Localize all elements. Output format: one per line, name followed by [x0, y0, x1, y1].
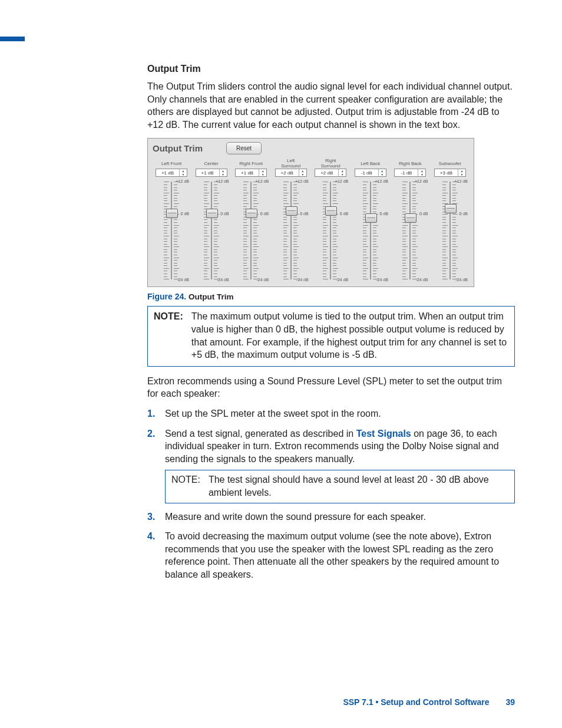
step-2-pre: Send a test signal, generated as describ…	[165, 429, 356, 439]
spinner-down-icon[interactable]: ▼	[259, 173, 266, 176]
footer-text: SSP 7.1 • Setup and Control Software	[343, 697, 489, 707]
slider-mid-label: 0 dB	[340, 212, 348, 216]
slider-area: +12 dB0 dB-24 dB	[312, 180, 349, 281]
slider-thumb[interactable]	[286, 206, 297, 216]
channel-label: Center	[204, 158, 219, 169]
reset-button[interactable]: Reset	[226, 142, 262, 154]
trim-value: +1 dB	[156, 170, 179, 176]
channel-strip: Left Front+1 dB▲▼+12 dB0 dB-24 dB	[153, 158, 190, 281]
spinner-buttons[interactable]: ▲▼	[458, 169, 465, 176]
slider-thumb[interactable]	[325, 206, 337, 216]
slider-area: +12 dB0 dB-24 dB	[352, 180, 389, 281]
slider-mid-label: 0 dB	[300, 212, 308, 216]
slider-rail[interactable]	[207, 180, 216, 281]
slider-mid-label: 0 dB	[181, 212, 189, 216]
channel-label: Left Front	[161, 158, 181, 169]
spinner-buttons[interactable]: ▲▼	[418, 169, 425, 176]
trim-spinner[interactable]: -1 dB▲▼	[355, 169, 386, 177]
slider-rail[interactable]	[247, 180, 255, 281]
slider-area: +12 dB0 dB-24 dB	[232, 180, 270, 281]
note-label-2: NOTE:	[171, 473, 200, 499]
recommendation-paragraph: Extron recommends using a Sound Pressure…	[147, 375, 515, 400]
steps-list: Set up the SPL meter at the sweet spot i…	[147, 407, 515, 581]
spinner-down-icon[interactable]: ▼	[299, 173, 306, 176]
slider-rail[interactable]	[446, 180, 454, 281]
trim-spinner[interactable]: +1 dB▲▼	[235, 169, 267, 177]
slider-rail[interactable]	[406, 180, 414, 281]
spinner-buttons[interactable]: ▲▼	[378, 169, 386, 176]
note-label: NOTE:	[154, 310, 183, 361]
slider-thumb[interactable]	[445, 204, 457, 213]
trim-spinner[interactable]: +2 dB▲▼	[275, 169, 307, 177]
channel-strip-row: Left Front+1 dB▲▼+12 dB0 dB-24 dBCenter+…	[153, 158, 469, 281]
note-text-2: The test signal should have a sound leve…	[209, 473, 508, 499]
output-trim-screenshot: Output Trim Reset Left Front+1 dB▲▼+12 d…	[147, 138, 474, 287]
trim-value: +1 dB	[196, 170, 219, 176]
slider-area: +12 dB0 dB-24 dB	[193, 180, 230, 281]
intro-paragraph: The Output Trim sliders control the audi…	[147, 80, 515, 131]
slider-area: +12 dB0 dB-24 dB	[153, 180, 190, 281]
spinner-down-icon[interactable]: ▼	[458, 173, 465, 176]
slider-thumb[interactable]	[166, 209, 178, 218]
slider-mid-label: 0 dB	[419, 212, 428, 216]
spinner-buttons[interactable]: ▲▼	[179, 169, 187, 176]
spinner-down-icon[interactable]: ▼	[220, 173, 227, 176]
channel-strip: Right Front+1 dB▲▼+12 dB0 dB-24 dB	[232, 158, 270, 281]
channel-strip: Right Back-1 dB▲▼+12 dB0 dB-24 dB	[391, 158, 429, 281]
slider-area: +12 dB0 dB-24 dB	[391, 180, 429, 281]
trim-value: -1 dB	[395, 170, 418, 176]
spinner-down-icon[interactable]: ▼	[418, 173, 425, 176]
step-1: Set up the SPL meter at the sweet spot i…	[161, 407, 515, 420]
note-box-2: NOTE: The test signal should have a soun…	[165, 470, 515, 503]
channel-strip: Left Back-1 dB▲▼+12 dB0 dB-24 dB	[352, 158, 389, 281]
channel-label: Left Back	[361, 158, 380, 169]
slider-thumb[interactable]	[365, 213, 377, 223]
trim-spinner[interactable]: -1 dB▲▼	[394, 169, 426, 177]
spinner-down-icon[interactable]: ▼	[379, 173, 386, 176]
channel-label: Left Surround	[281, 158, 300, 169]
trim-value: +1 dB	[236, 170, 259, 176]
slider-mid-label: 0 dB	[260, 212, 269, 216]
spinner-down-icon[interactable]: ▼	[339, 173, 346, 176]
trim-spinner[interactable]: +3 dB▲▼	[434, 169, 466, 177]
figure-caption-text: Output Trim	[189, 292, 234, 301]
slider-thumb[interactable]	[405, 213, 416, 223]
channel-strip: Right Surround+2 dB▲▼+12 dB0 dB-24 dB	[312, 158, 349, 281]
test-signals-link[interactable]: Test Signals	[356, 429, 411, 439]
figure-label: Figure 24.	[147, 292, 186, 301]
trim-spinner[interactable]: +1 dB▲▼	[196, 169, 227, 177]
spinner-buttons[interactable]: ▲▼	[338, 169, 346, 176]
spinner-buttons[interactable]: ▲▼	[219, 169, 227, 176]
note-text: The maximum output volume is tied to the…	[191, 310, 508, 361]
slider-mid-label: 0 dB	[459, 212, 468, 216]
slider-mid-label: 0 dB	[379, 212, 388, 216]
trim-spinner[interactable]: +2 dB▲▼	[315, 169, 346, 177]
page-number: 39	[505, 697, 515, 707]
channel-label: Right Surround	[321, 158, 340, 169]
slider-area: +12 dB0 dB-24 dB	[272, 180, 310, 281]
channel-label: Right Front	[239, 158, 263, 169]
step-4: To avoid decreasing the maximum output v…	[161, 530, 515, 581]
trim-spinner[interactable]: +1 dB▲▼	[156, 169, 187, 177]
channel-label: Right Back	[399, 158, 422, 169]
slider-mid-label: 0 dB	[220, 212, 229, 216]
trim-value: +2 dB	[276, 170, 299, 176]
slider-thumb[interactable]	[206, 209, 218, 218]
slider-rail[interactable]	[287, 180, 295, 281]
slider-rail[interactable]	[167, 180, 176, 281]
spinner-buttons[interactable]: ▲▼	[299, 169, 306, 176]
section-heading: Output Trim	[147, 64, 515, 74]
spinner-down-icon[interactable]: ▼	[180, 173, 187, 176]
slider-thumb[interactable]	[246, 209, 257, 218]
trim-value: +2 dB	[315, 170, 338, 176]
step-3: Measure and write down the sound pressur…	[161, 510, 515, 523]
channel-label: Subwoofer	[439, 158, 461, 169]
spinner-buttons[interactable]: ▲▼	[259, 169, 266, 176]
page: Output Trim The Output Trim sliders cont…	[0, 0, 562, 728]
note-box-1: NOTE: The maximum output volume is tied …	[147, 306, 515, 366]
figure-caption: Figure 24. Output Trim	[147, 292, 515, 301]
slider-rail[interactable]	[366, 180, 375, 281]
trim-value: -1 dB	[355, 170, 378, 176]
panel-title: Output Trim	[153, 143, 203, 153]
slider-rail[interactable]	[326, 180, 335, 281]
